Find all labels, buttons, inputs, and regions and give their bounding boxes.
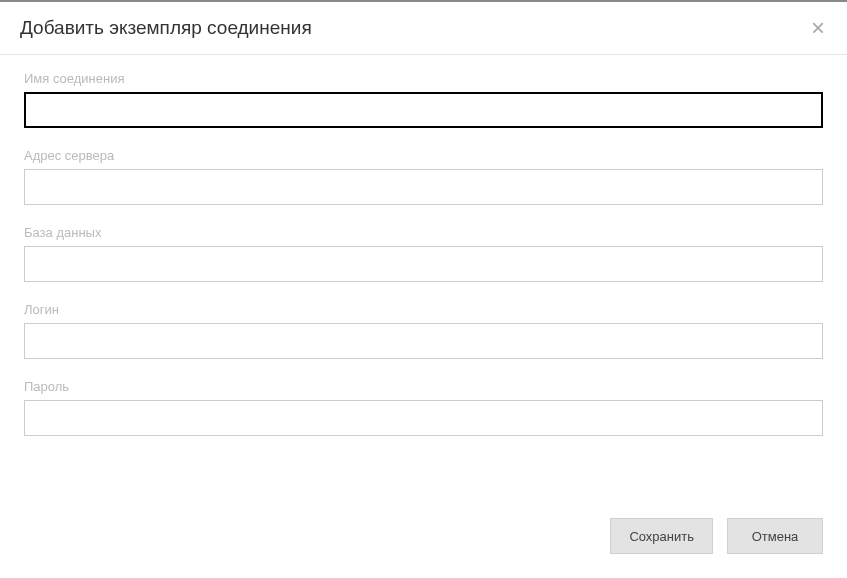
close-icon[interactable]: ×	[809, 16, 827, 40]
cancel-button[interactable]: Отмена	[727, 518, 823, 554]
database-label: База данных	[24, 225, 823, 240]
server-address-label: Адрес сервера	[24, 148, 823, 163]
login-label: Логин	[24, 302, 823, 317]
add-connection-dialog: Добавить экземпляр соединения × Имя соед…	[0, 0, 847, 578]
dialog-header: Добавить экземпляр соединения ×	[0, 2, 847, 55]
login-input[interactable]	[24, 323, 823, 359]
password-group: Пароль	[24, 379, 823, 436]
server-address-group: Адрес сервера	[24, 148, 823, 205]
dialog-footer: Сохранить Отмена	[0, 500, 847, 578]
connection-name-label: Имя соединения	[24, 71, 823, 86]
database-input[interactable]	[24, 246, 823, 282]
password-input[interactable]	[24, 400, 823, 436]
dialog-title: Добавить экземпляр соединения	[20, 17, 312, 39]
dialog-body: Имя соединения Адрес сервера База данных…	[0, 55, 847, 500]
login-group: Логин	[24, 302, 823, 359]
database-group: База данных	[24, 225, 823, 282]
password-label: Пароль	[24, 379, 823, 394]
connection-name-group: Имя соединения	[24, 71, 823, 128]
server-address-input[interactable]	[24, 169, 823, 205]
connection-name-input[interactable]	[24, 92, 823, 128]
save-button[interactable]: Сохранить	[610, 518, 713, 554]
